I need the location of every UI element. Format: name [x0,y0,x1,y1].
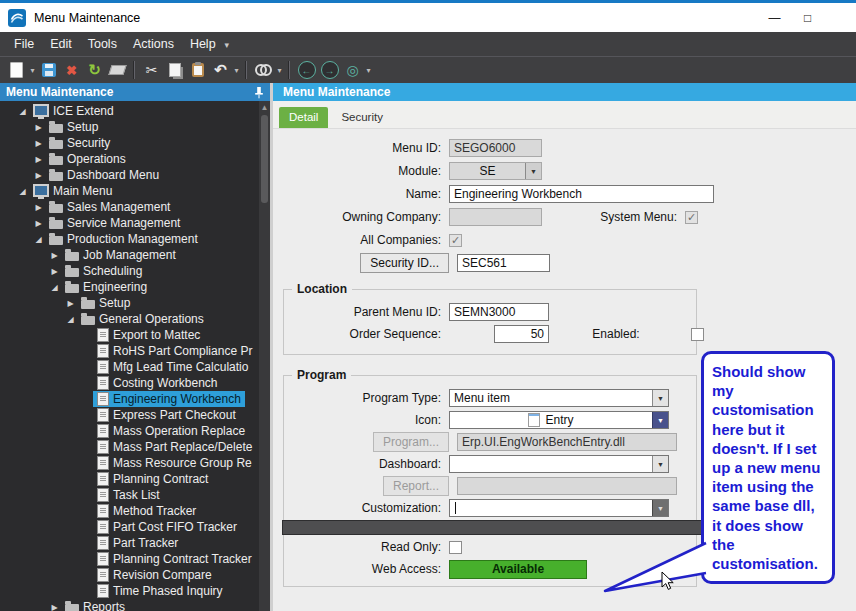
tree-item[interactable]: ICE Extend [0,103,259,119]
tree-node[interactable]: Reports [61,599,129,611]
navigation-options-button[interactable]: ◎ [341,59,364,81]
chevron-down-icon[interactable]: ▾ [275,66,284,75]
tree-node[interactable]: Setup [45,119,102,135]
icon-select[interactable]: Entry ▼ [449,411,669,429]
expander-icon[interactable] [32,219,45,228]
web-access-status-badge[interactable]: Available [449,560,587,579]
tree-item[interactable]: Time Phased Inquiry [0,583,259,599]
tree-item[interactable]: Express Part Checkout [0,407,259,423]
menu-tools[interactable]: Tools [80,34,125,54]
tree-node[interactable]: Planning Contract Tracker [93,551,256,567]
tree-node[interactable]: Costing Workbench [93,375,222,391]
tree-item[interactable]: Costing Workbench [0,375,259,391]
expander-icon[interactable] [32,155,45,164]
tree-node[interactable]: Scheduling [61,263,146,279]
tree-item[interactable]: Planning Contract [0,471,259,487]
tree-node[interactable]: Express Part Checkout [93,407,240,423]
tree-node[interactable]: Part Tracker [93,535,182,551]
expander-icon[interactable] [32,171,45,180]
tree-node[interactable]: Export to Mattec [93,327,204,343]
tree-node[interactable]: Engineering [61,279,151,295]
navigate-back-button[interactable]: ← [295,59,318,81]
customization-select[interactable]: ▼ [449,499,669,517]
program-type-select[interactable]: Menu item ▼ [449,389,669,407]
expander-icon[interactable] [48,251,61,260]
tree-item[interactable]: Mass Part Replace/Delete [0,439,259,455]
tree-item[interactable]: Security [0,135,259,151]
tree-item[interactable]: Engineering Workbench [0,391,259,407]
expander-icon[interactable] [32,139,45,148]
chevron-down-icon[interactable]: ▾ [232,66,241,75]
tree-item[interactable]: Mfg Lead Time Calculatio [0,359,259,375]
name-field[interactable]: Engineering Workbench [449,185,714,203]
tree-item[interactable]: Setup [0,119,259,135]
tree-node[interactable]: Engineering Workbench [93,391,245,407]
expander-icon[interactable] [48,603,61,611]
tree-item[interactable]: Export to Mattec [0,327,259,343]
clear-button[interactable] [106,59,129,81]
tree-node[interactable]: Part Cost FIFO Tracker [93,519,241,535]
tree-item[interactable]: Job Management [0,247,259,263]
tree-node[interactable]: Job Management [61,247,180,263]
tree-node[interactable]: Service Management [45,215,184,231]
tree-node[interactable]: Revision Compare [93,567,216,583]
save-button[interactable] [37,59,60,81]
tree-node[interactable]: Method Tracker [93,503,200,519]
tree-item[interactable]: Service Management [0,215,259,231]
menu-help[interactable]: Help [182,34,224,54]
tree-node[interactable]: Dashboard Menu [45,167,163,183]
tree-item[interactable]: Planning Contract Tracker [0,551,259,567]
tree-node[interactable]: ICE Extend [29,103,118,119]
tab-detail[interactable]: Detail [279,107,328,128]
expander-icon[interactable] [16,187,29,196]
expander-icon[interactable] [32,235,45,244]
tree-item[interactable]: Reports [0,599,259,611]
chevron-down-icon[interactable]: ▼ [652,390,668,406]
pin-icon[interactable] [254,86,264,99]
tree-item[interactable]: Operations [0,151,259,167]
tree-node[interactable]: Sales Management [45,199,174,215]
minimize-button[interactable]: — [760,7,789,29]
expander-icon[interactable] [48,283,61,292]
chevron-down-icon[interactable]: ▾ [364,66,373,75]
refresh-button[interactable]: ↻ [83,59,106,81]
expander-icon[interactable] [32,123,45,132]
expander-icon[interactable] [32,203,45,212]
dashboard-select[interactable]: ▼ [449,455,669,473]
scrollbar-thumb[interactable] [261,115,268,203]
tree-item[interactable]: Sales Management [0,199,259,215]
chevron-down-icon[interactable]: ▼ [652,456,668,472]
tree-item[interactable]: Engineering [0,279,259,295]
undo-button[interactable]: ↶ [209,59,232,81]
tree-item[interactable]: Scheduling [0,263,259,279]
chevron-down-icon[interactable]: ▾ [224,38,235,50]
tree-item[interactable]: Production Management [0,231,259,247]
tree-item[interactable]: Revision Compare [0,567,259,583]
tree-item[interactable]: RoHS Part Compliance Pr [0,343,259,359]
tree-node[interactable]: General Operations [77,311,208,327]
tree-item[interactable]: Main Menu [0,183,259,199]
delete-button[interactable]: ✖ [60,59,83,81]
tab-security[interactable]: Security [331,107,393,128]
tree-item[interactable]: Mass Resource Group Re [0,455,259,471]
new-button[interactable] [5,59,28,81]
tree-node[interactable]: Setup [77,295,134,311]
order-sequence-field[interactable]: 50 [494,325,549,343]
expander-icon[interactable] [48,267,61,276]
tree-node[interactable]: RoHS Part Compliance Pr [93,343,256,359]
tree-item[interactable]: Setup [0,295,259,311]
tree-node[interactable]: Planning Contract [93,471,212,487]
find-button[interactable] [252,59,275,81]
read-only-checkbox[interactable] [449,541,462,554]
tree-node[interactable]: Production Management [45,231,202,247]
copy-button[interactable] [163,59,186,81]
cut-button[interactable]: ✂ [140,59,163,81]
tree-node[interactable]: Mass Operation Replace [93,423,249,439]
tree-node[interactable]: Operations [45,151,130,167]
tree-node[interactable]: Mass Resource Group Re [93,455,256,471]
paste-button[interactable] [186,59,209,81]
security-id-field[interactable]: SEC561 [457,254,550,272]
tree-node[interactable]: Mass Part Replace/Delete [93,439,256,455]
maximize-button[interactable]: □ [793,7,822,29]
tree-item[interactable]: Dashboard Menu [0,167,259,183]
